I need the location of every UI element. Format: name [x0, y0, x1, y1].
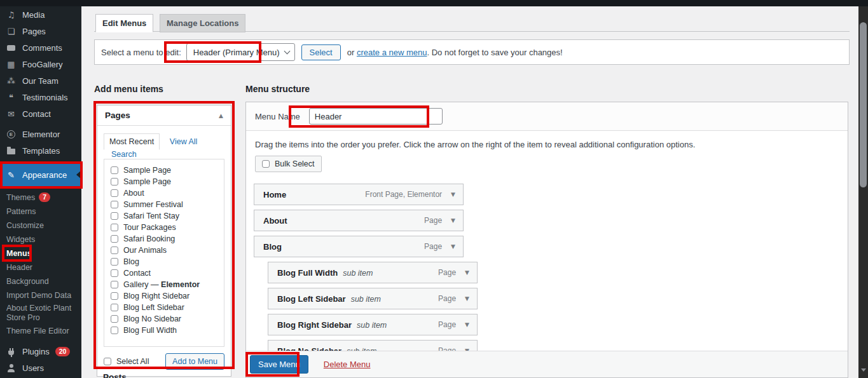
tab-edit-menus[interactable]: Edit Menus: [95, 14, 153, 32]
submenu-item-widgets[interactable]: Widgets: [0, 233, 81, 246]
menu-item-row-blog[interactable]: Blog Page▼: [254, 236, 464, 257]
checkbox[interactable]: [111, 258, 118, 266]
add-to-menu-button[interactable]: Add to Menu: [165, 353, 224, 370]
posts-panel-title[interactable]: Posts: [103, 372, 127, 378]
sidebar-item-appearance[interactable]: ✎ Appearance: [0, 163, 81, 187]
page-checkbox-list: Sample Page Sample Page About Summer Fes…: [104, 159, 224, 347]
chevron-down-icon[interactable]: ▼: [451, 243, 455, 250]
page-checkbox-item[interactable]: Safari Booking: [104, 233, 224, 245]
menu-item-row-blog-right-sidebar[interactable]: Blog Right Sidebarsub item Page▼: [268, 314, 478, 335]
or-text: or create a new menu. Do not forget to s…: [347, 48, 563, 57]
save-menu-button[interactable]: Save Menu: [250, 355, 308, 374]
page-checkbox-item[interactable]: Summer Festival: [104, 199, 224, 210]
collapse-arrow-icon[interactable]: ▲: [219, 112, 223, 119]
page-checkbox-item[interactable]: Tour Packages: [104, 222, 224, 233]
submenu-item-background[interactable]: Background: [0, 274, 81, 288]
tab-most-recent[interactable]: Most Recent: [104, 133, 160, 150]
checkbox[interactable]: [111, 246, 118, 254]
tab-view-all[interactable]: View All: [170, 137, 198, 146]
tab-search[interactable]: Search: [111, 150, 137, 159]
chevron-down-icon[interactable]: ▼: [465, 321, 469, 328]
submenu-item-import-demo-data[interactable]: Import Demo Data: [0, 288, 81, 302]
checkbox[interactable]: [111, 178, 118, 186]
checkbox[interactable]: [111, 315, 118, 323]
pages-accordion-header[interactable]: Pages ▲: [97, 105, 231, 126]
select-all-control[interactable]: Select All: [104, 357, 149, 366]
checkbox[interactable]: [111, 269, 118, 277]
menu-items-list: Home Front Page, Elementor▼ About Page▼ …: [254, 184, 848, 361]
sidebar-item-media[interactable]: ♫ Media: [0, 6, 81, 23]
page-checkbox-item[interactable]: About: [104, 187, 224, 199]
pages-icon: ❏: [6, 27, 17, 36]
submenu-item-menus[interactable]: Menus: [0, 246, 81, 260]
sidebar-item-comments[interactable]: Comments: [0, 39, 81, 56]
sidebar-item-plugins[interactable]: Plugins 20: [0, 343, 81, 360]
menu-name-input[interactable]: [309, 108, 443, 125]
page-checkbox-item[interactable]: Sample Page: [104, 165, 224, 176]
sidebar-item-elementor[interactable]: Elementor: [0, 126, 81, 142]
checkbox[interactable]: [111, 235, 118, 243]
page-checkbox-item[interactable]: Blog Full Width: [104, 325, 224, 336]
page-checkbox-item[interactable]: Our Animals: [104, 245, 224, 256]
scrollbar-down-arrow-icon[interactable]: [861, 368, 866, 374]
sidebar-item-label: Testimonials: [22, 93, 68, 102]
chevron-down-icon[interactable]: ▼: [465, 269, 469, 276]
menu-select-dropdown[interactable]: Header (Primary Menu): [186, 43, 295, 61]
pages-panel-body: Most Recent View All Search Sample Page …: [97, 133, 231, 376]
chevron-down-icon[interactable]: ▼: [465, 295, 469, 302]
submenu-item-header[interactable]: Header: [0, 260, 81, 274]
menu-item-row-home[interactable]: Home Front Page, Elementor▼: [254, 184, 464, 205]
page-checkbox-item[interactable]: Contact: [104, 267, 224, 279]
create-new-menu-link[interactable]: create a new menu: [357, 48, 427, 57]
checkbox[interactable]: [111, 281, 118, 288]
menu-item-row-blog-full-width[interactable]: Blog Full Widthsub item Page▼: [268, 262, 478, 283]
submenu-item-patterns[interactable]: Patterns: [0, 205, 81, 219]
page-checkbox-item[interactable]: Blog Right Sidebar: [104, 290, 224, 302]
submenu-item-theme-file-editor[interactable]: Theme File Editor: [0, 324, 81, 338]
bulk-select-control[interactable]: Bulk Select: [255, 156, 322, 172]
checkbox[interactable]: [111, 189, 118, 197]
sidebar-item-users[interactable]: Users: [0, 360, 81, 376]
drag-instruction-text: Drag the items into the order you prefer…: [255, 140, 839, 149]
sidebar-item-foogallery[interactable]: ▦ FooGallery: [0, 56, 81, 72]
chevron-down-icon[interactable]: ▼: [451, 217, 455, 224]
checkbox[interactable]: [111, 304, 118, 311]
menu-structure-column: Menu structure Menu Name Drag the items …: [245, 83, 848, 378]
tab-manage-locations[interactable]: Manage Locations: [160, 14, 245, 32]
appearance-submenu: Themes7 Patterns Customize Widgets Menus…: [0, 187, 81, 343]
checkbox[interactable]: [104, 358, 111, 365]
page-checkbox-item[interactable]: Blog: [104, 256, 224, 267]
page-checkbox-item[interactable]: Blog Left Sidebar: [104, 302, 224, 313]
sidebar-item-templates[interactable]: Templates: [0, 142, 81, 159]
submenu-item-customize[interactable]: Customize: [0, 219, 81, 233]
page-checkbox-item[interactable]: Blog No Sidebar: [104, 313, 224, 325]
sidebar-item-label: Templates: [22, 146, 60, 156]
sidebar-item-our-team[interactable]: ⁂ Our Team: [0, 72, 81, 89]
selected-menu-value: Header (Primary Menu): [193, 48, 280, 57]
select-button[interactable]: Select: [301, 44, 341, 60]
scrollbar-thumb[interactable]: [860, 22, 867, 187]
checkbox[interactable]: [262, 160, 270, 168]
checkbox[interactable]: [111, 224, 118, 231]
chevron-down-icon[interactable]: ▼: [451, 191, 455, 198]
submenu-item-about-theme[interactable]: About Exotic Plant Store Pro: [0, 302, 75, 324]
page-checkbox-item[interactable]: Gallery — Elementor: [104, 279, 224, 290]
menu-item-row-about[interactable]: About Page▼: [254, 210, 464, 231]
submenu-item-themes[interactable]: Themes7: [0, 191, 81, 205]
elementor-icon: [6, 130, 17, 138]
checkbox[interactable]: [111, 292, 118, 300]
sidebar-item-testimonials[interactable]: ❝ Testimonials: [0, 89, 81, 105]
pages-panel-tabs: Most Recent View All Search: [104, 133, 224, 159]
checkbox[interactable]: [111, 201, 118, 208]
scrollbar-track[interactable]: [858, 6, 868, 378]
checkbox[interactable]: [111, 327, 118, 334]
sidebar-item-pages[interactable]: ❏ Pages: [0, 23, 81, 39]
checkbox[interactable]: [111, 212, 118, 220]
checkbox[interactable]: [111, 166, 118, 174]
menu-item-row-blog-left-sidebar[interactable]: Blog Left Sidebarsub item Page▼: [268, 288, 478, 309]
page-checkbox-item[interactable]: Sample Page: [104, 176, 224, 187]
page-checkbox-item[interactable]: Safari Tent Stay: [104, 210, 224, 222]
sidebar-item-label: Our Team: [22, 76, 59, 86]
delete-menu-link[interactable]: Delete Menu: [324, 360, 371, 369]
sidebar-item-contact[interactable]: ✉ Contact: [0, 105, 81, 122]
